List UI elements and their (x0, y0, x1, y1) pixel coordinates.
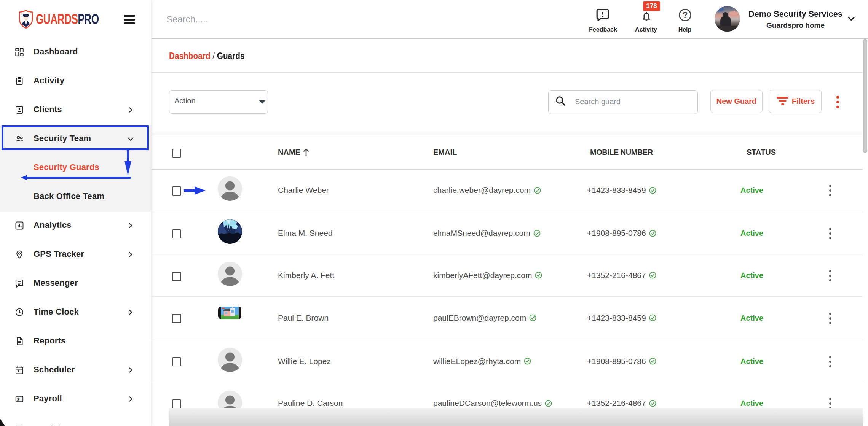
svg-text:$: $ (17, 397, 19, 402)
